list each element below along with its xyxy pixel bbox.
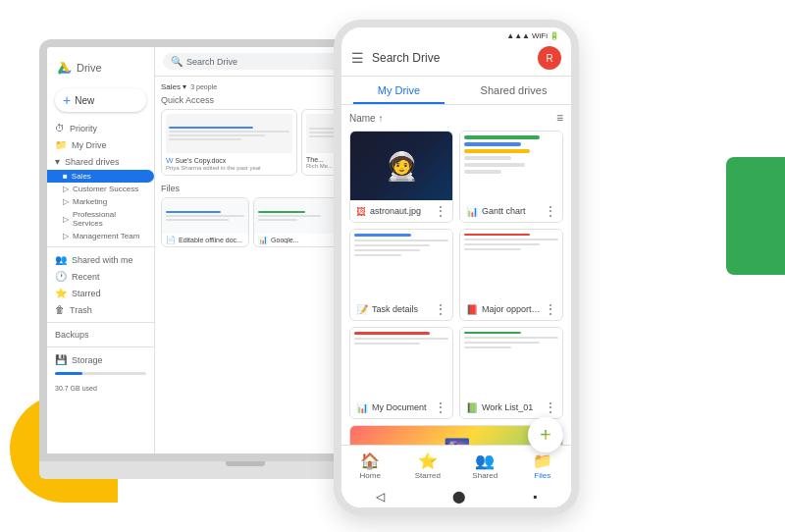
more-icon-mydoc[interactable]: ⋮: [435, 400, 446, 414]
shared-drives-icon: ▾: [55, 156, 60, 167]
task-line-2: [354, 239, 448, 241]
sidebar-item-customer-success[interactable]: ▷ Customer Success: [47, 183, 154, 195]
file-thumb-mydoc: [350, 328, 452, 397]
task-line-1: [354, 234, 411, 237]
phone-files-grid: 🧑‍🚀 🖼 astronaut.jpg ⋮: [349, 131, 563, 445]
nav-item-shared[interactable]: 👥 Shared: [456, 446, 514, 484]
list-view-icon[interactable]: ≡: [556, 111, 563, 125]
signal-icon: ▲▲▲: [506, 31, 530, 40]
user-avatar[interactable]: R: [538, 46, 561, 70]
sidebar-item-mydrive[interactable]: 📁 My Drive: [47, 136, 154, 153]
sidebar-item-marketing[interactable]: ▷ Marketing: [47, 195, 154, 208]
doc-icon-1: W: [166, 156, 174, 165]
ppt-icon-mydoc: 📊: [356, 402, 368, 413]
phone-file-card-worklist[interactable]: 📗 Work List_01 ⋮: [459, 327, 563, 419]
divider: [47, 246, 154, 247]
mkt-label: Marketing: [73, 197, 107, 206]
major-line-1: [464, 234, 530, 236]
file-footer-2: 📊 Google...: [254, 234, 340, 246]
green-rect-decoration: [726, 157, 785, 275]
sidebar-item-sales[interactable]: ■ Sales: [47, 170, 154, 183]
folder-icon-mt: ▷: [63, 232, 69, 240]
gantt-line-2: [464, 142, 521, 146]
mydoc-line-2: [354, 338, 448, 340]
plus-icon: +: [63, 92, 71, 108]
sidebar-item-priority[interactable]: ⏱ Priority: [47, 120, 154, 136]
more-icon-gantt[interactable]: ⋮: [545, 204, 556, 218]
trash-icon: 🗑: [55, 304, 65, 315]
mydoc-line-3: [354, 343, 420, 345]
file-thumb-1: [162, 198, 248, 234]
nav-item-home[interactable]: 🏠 Home: [341, 446, 399, 484]
phone-file-card-astronaut[interactable]: 🧑‍🚀 🖼 astronaut.jpg ⋮: [349, 131, 453, 223]
phone-content: Name ↑ ≡ 🧑‍🚀 🖼 astronaut.jpg ⋮: [341, 105, 571, 445]
sidebar-item-prof-services[interactable]: ▷ Professional Services: [47, 208, 154, 230]
new-button[interactable]: + New: [55, 88, 146, 112]
file-name-task: Task details: [372, 304, 431, 314]
sidebar-item-shared-drives[interactable]: ▾ Shared drives: [47, 153, 154, 170]
priority-icon: ⏱: [55, 123, 65, 133]
mt-label: Management Team: [73, 232, 139, 240]
storage-used-label: 30.7 GB used: [55, 385, 97, 392]
task-line-4: [354, 249, 420, 251]
home-nav-icon: 🏠: [360, 452, 380, 470]
phone-header: ☰ Search Drive R: [341, 42, 571, 77]
sidebar-item-recent[interactable]: 🕐 Recent: [47, 268, 154, 285]
sales-title: Sales ▾: [161, 82, 186, 91]
more-icon-task[interactable]: ⋮: [435, 302, 446, 316]
storage-bar: 30.7 GB used: [55, 372, 146, 395]
recents-button[interactable]: ▪: [533, 490, 537, 504]
file-name-worklist: Work List_01: [482, 402, 541, 412]
tab-shared-drives[interactable]: Shared drives: [456, 77, 571, 104]
sidebar-item-backups[interactable]: Backups: [47, 327, 154, 343]
search-icon: 🔍: [171, 56, 183, 67]
phone-file-card-mydoc[interactable]: 📊 My Document ⋮: [349, 327, 453, 419]
divider3: [47, 346, 154, 347]
folder-icon: ■: [63, 172, 68, 181]
fab-button[interactable]: +: [528, 417, 563, 452]
sidebar-item-storage[interactable]: 💾 Storage: [47, 351, 154, 368]
file-card-1[interactable]: 📄 Editable offline doc...: [161, 197, 249, 247]
storage-track: [55, 372, 146, 375]
mydrive-icon: 📁: [55, 139, 67, 150]
sidebar-item-starred[interactable]: ⭐ Starred: [47, 285, 154, 301]
sidebar-item-trash[interactable]: 🗑 Trash: [47, 301, 154, 318]
phone-file-card-major[interactable]: 📕 Major opportu... ⋮: [459, 229, 563, 321]
file-thumb-major: [460, 230, 562, 298]
mydoc-line-1: [354, 332, 430, 335]
pdf-icon-major: 📕: [466, 304, 478, 315]
more-icon-major[interactable]: ⋮: [545, 302, 556, 316]
sidebar-item-shared-with-me[interactable]: 👥 Shared with me: [47, 251, 154, 268]
file-card-2[interactable]: 📊 Google...: [253, 197, 341, 247]
sort-label: Name ↑: [349, 113, 383, 124]
phone-file-card-gantt[interactable]: 📊 Gantt chart ⋮: [459, 131, 563, 223]
file-thumb-astronaut: 🧑‍🚀: [350, 132, 452, 200]
astronaut-image: 🧑‍🚀: [350, 132, 452, 200]
file-footer-mydoc: 📊 My Document ⋮: [350, 397, 452, 418]
phone-file-card-task[interactable]: 📝 Task details ⋮: [349, 229, 453, 321]
qa-meta-1: Priya Sharma edited in the past year: [166, 165, 292, 171]
shared-drives-label: Shared drives: [65, 157, 120, 167]
image-icon: 🖼: [356, 206, 366, 217]
home-button[interactable]: ⬤: [452, 490, 465, 504]
qa-card-1[interactable]: W Sue's Copy.docx Priya Sharma edited in…: [161, 109, 297, 176]
file-footer-worklist: 📗 Work List_01 ⋮: [460, 397, 562, 418]
file-footer-major: 📕 Major opportu... ⋮: [460, 298, 562, 320]
more-icon-astronaut[interactable]: ⋮: [435, 204, 446, 218]
hamburger-menu[interactable]: ☰: [351, 50, 364, 66]
file-name-major: Major opportu...: [482, 304, 541, 314]
qa-thumb-1: [166, 114, 292, 153]
nav-item-starred[interactable]: ⭐ Starred: [399, 446, 457, 484]
more-icon-worklist[interactable]: ⋮: [545, 400, 556, 414]
gantt-line-3: [464, 149, 530, 153]
ps-label: Professional Services: [73, 210, 146, 228]
back-button[interactable]: ◁: [376, 490, 385, 504]
drive-logo: Drive: [47, 55, 154, 84]
sheet-icon-worklist: 📗: [466, 402, 478, 413]
major-line-2: [464, 239, 558, 240]
phone-search-box[interactable]: Search Drive: [372, 51, 530, 65]
battery-icon: 🔋: [550, 31, 559, 40]
phone-frame: ▲▲▲ WiFi 🔋 ☰ Search Drive R My Drive: [334, 20, 579, 520]
sidebar-item-mgmt-team[interactable]: ▷ Management Team: [47, 230, 154, 242]
tab-my-drive[interactable]: My Drive: [341, 77, 456, 104]
